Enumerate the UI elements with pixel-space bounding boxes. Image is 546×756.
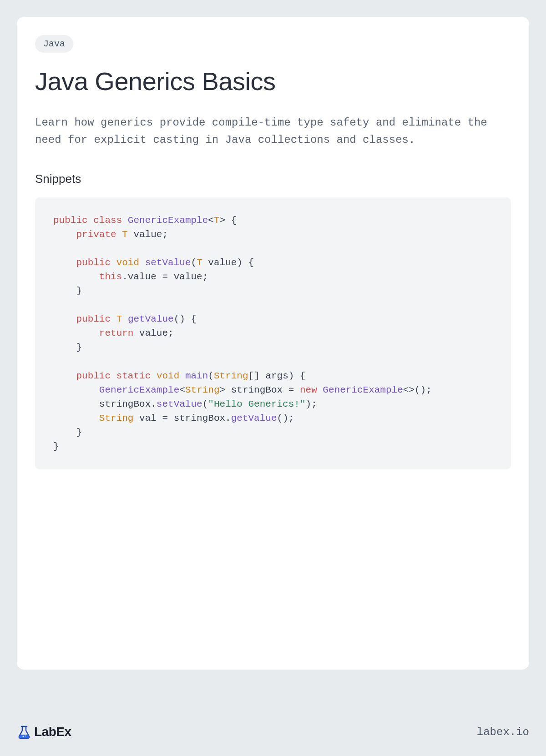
footer: LabEx labex.io — [17, 716, 529, 739]
logo-text: LabEx — [34, 725, 71, 739]
content-card: Java Java Generics Basics Learn how gene… — [17, 17, 529, 670]
language-tag: Java — [35, 35, 73, 53]
svg-point-1 — [23, 736, 24, 737]
footer-url: labex.io — [477, 726, 529, 738]
description-text: Learn how generics provide compile-time … — [35, 114, 511, 149]
page-title: Java Generics Basics — [35, 66, 511, 96]
flask-icon — [17, 725, 31, 739]
svg-point-2 — [25, 736, 26, 736]
snippets-heading: Snippets — [35, 172, 511, 186]
logo: LabEx — [17, 725, 71, 739]
code-snippet: public class GenericExample<T> { private… — [35, 197, 511, 469]
